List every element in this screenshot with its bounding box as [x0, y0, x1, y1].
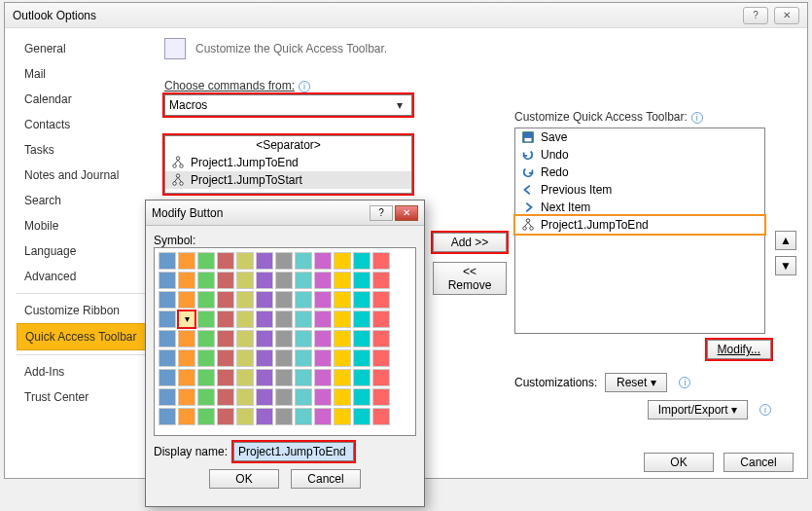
symbol-icon[interactable] — [295, 388, 312, 406]
symbol-icon[interactable] — [159, 369, 176, 386]
qat-listbox[interactable]: Save Undo Redo Previous Item Next Item P… — [514, 128, 765, 334]
sidebar-item-advanced[interactable]: Advanced — [17, 264, 151, 289]
ok-button[interactable]: OK — [644, 453, 714, 472]
symbol-icon[interactable]: ▾ — [178, 310, 195, 328]
info-icon[interactable]: i — [691, 112, 703, 124]
symbol-icon[interactable] — [236, 272, 254, 289]
symbol-icon[interactable] — [159, 330, 176, 347]
symbol-icon[interactable] — [236, 349, 254, 367]
symbol-icon[interactable] — [353, 252, 371, 270]
separator-row[interactable]: <Separator> — [165, 136, 411, 154]
symbol-icon[interactable] — [353, 369, 371, 386]
sidebar-item-language[interactable]: Language — [17, 238, 151, 264]
symbol-icon[interactable] — [197, 330, 215, 347]
symbol-icon[interactable] — [353, 291, 371, 309]
symbol-icon[interactable] — [159, 291, 176, 309]
list-item[interactable]: Project1.JumpToEnd — [165, 154, 411, 171]
symbol-icon[interactable] — [236, 330, 254, 347]
symbol-icon[interactable] — [353, 349, 371, 367]
symbol-icon[interactable] — [159, 408, 176, 425]
symbol-icon[interactable] — [256, 408, 273, 425]
symbol-icon[interactable] — [197, 388, 215, 406]
symbol-icon[interactable] — [353, 408, 371, 425]
symbol-icon[interactable] — [178, 349, 195, 367]
symbol-icon[interactable] — [334, 291, 351, 309]
symbol-icon[interactable] — [236, 408, 254, 425]
symbol-icon[interactable] — [275, 330, 293, 347]
symbol-icon[interactable] — [197, 349, 215, 367]
symbol-icon[interactable] — [256, 252, 273, 270]
list-item[interactable]: Project1.JumpToStart — [165, 171, 411, 189]
symbol-icon[interactable] — [217, 291, 234, 309]
sidebar-item-contacts[interactable]: Contacts — [17, 112, 151, 137]
symbol-icon[interactable] — [372, 252, 390, 270]
sidebar-item-general[interactable]: General — [17, 36, 151, 61]
symbol-icon[interactable] — [178, 272, 195, 289]
symbol-icon[interactable] — [236, 252, 254, 270]
list-item[interactable]: Next Item — [515, 199, 764, 216]
symbol-icon[interactable] — [178, 388, 195, 406]
symbol-icon[interactable] — [353, 330, 371, 347]
symbol-icon[interactable] — [236, 388, 254, 406]
symbol-icon[interactable] — [314, 291, 332, 309]
symbol-icon[interactable] — [275, 388, 293, 406]
list-item[interactable]: Undo — [515, 146, 764, 164]
symbol-icon[interactable] — [217, 408, 234, 425]
symbol-icon[interactable] — [275, 272, 293, 289]
symbol-icon[interactable] — [314, 252, 332, 270]
symbol-icon[interactable] — [353, 310, 371, 328]
symbol-icon[interactable] — [197, 252, 215, 270]
sidebar-item-quick-access[interactable]: Quick Access Toolbar — [17, 323, 151, 350]
symbol-icon[interactable] — [295, 369, 312, 386]
symbol-icon[interactable] — [314, 349, 332, 367]
symbol-icon[interactable] — [314, 388, 332, 406]
sidebar-item-calendar[interactable]: Calendar — [17, 87, 151, 112]
symbol-icon[interactable] — [334, 408, 351, 425]
symbol-icon[interactable] — [217, 388, 234, 406]
symbol-icon[interactable] — [159, 349, 176, 367]
sidebar-item-addins[interactable]: Add-Ins — [17, 359, 151, 384]
symbol-icon[interactable] — [295, 291, 312, 309]
symbol-icon[interactable] — [372, 369, 390, 386]
symbol-icon[interactable] — [159, 388, 176, 406]
symbol-icon[interactable] — [197, 310, 215, 328]
choose-commands-dropdown[interactable]: Macros ▾ — [164, 94, 412, 116]
symbol-icon[interactable] — [372, 408, 390, 425]
symbol-icon[interactable] — [314, 369, 332, 386]
info-icon[interactable]: i — [759, 404, 771, 416]
symbol-icon[interactable] — [236, 291, 254, 309]
symbol-icon[interactable] — [217, 272, 234, 289]
add-button[interactable]: Add >> — [433, 233, 507, 252]
symbol-icon[interactable] — [275, 252, 293, 270]
symbol-icon[interactable] — [197, 408, 215, 425]
move-up-button[interactable]: ▲ — [775, 231, 796, 250]
symbol-icon[interactable] — [295, 310, 312, 328]
sidebar-item-mobile[interactable]: Mobile — [17, 213, 151, 238]
close-button[interactable]: ✕ — [774, 7, 799, 24]
import-export-button[interactable]: Import/Export ▾ — [648, 400, 748, 420]
symbol-icon[interactable] — [159, 310, 176, 328]
symbol-icon[interactable] — [275, 369, 293, 386]
symbol-icon[interactable] — [256, 310, 273, 328]
symbol-icon[interactable] — [295, 349, 312, 367]
list-item[interactable]: Previous Item — [515, 181, 764, 199]
symbol-icon[interactable] — [295, 272, 312, 289]
sidebar-item-trust[interactable]: Trust Center — [17, 384, 151, 410]
symbol-icon[interactable] — [314, 408, 332, 425]
move-down-button[interactable]: ▼ — [775, 256, 796, 275]
list-item[interactable]: Project1.JumpToEnd — [515, 216, 764, 234]
symbol-icon[interactable] — [275, 408, 293, 425]
symbol-icon[interactable] — [217, 330, 234, 347]
dialog-ok-button[interactable]: OK — [209, 469, 279, 489]
symbol-icon[interactable] — [372, 388, 390, 406]
info-icon[interactable]: i — [299, 81, 310, 92]
symbol-icon[interactable] — [178, 330, 195, 347]
sidebar-item-mail[interactable]: Mail — [17, 61, 151, 87]
modify-button[interactable]: Modify... — [707, 340, 771, 359]
symbol-icon[interactable] — [334, 388, 351, 406]
symbol-icon[interactable] — [197, 291, 215, 309]
info-icon[interactable]: i — [679, 377, 690, 388]
symbol-icon[interactable] — [275, 349, 293, 367]
list-item[interactable]: Redo — [515, 164, 764, 181]
symbol-icon[interactable] — [217, 369, 234, 386]
